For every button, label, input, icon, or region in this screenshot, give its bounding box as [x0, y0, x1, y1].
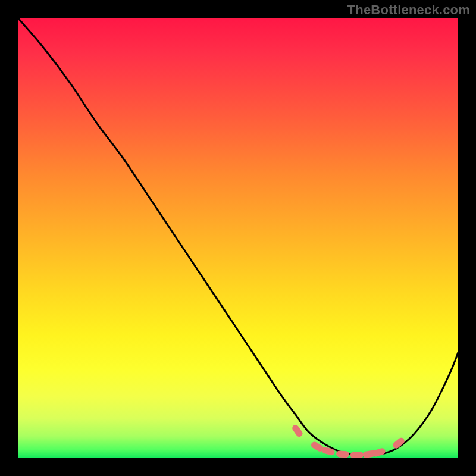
chart-container: TheBottleneck.com: [0, 0, 476, 476]
watermark-text: TheBottleneck.com: [347, 2, 470, 18]
marker-dash: [392, 437, 406, 450]
marker-dash: [350, 452, 364, 458]
markers-layer: [18, 18, 458, 458]
highlight-markers: [291, 424, 406, 458]
plot-area: [18, 18, 458, 458]
marker-dash: [336, 450, 350, 458]
marker-dash: [372, 447, 386, 458]
marker-dash: [321, 446, 336, 456]
marker-dash: [291, 424, 304, 438]
